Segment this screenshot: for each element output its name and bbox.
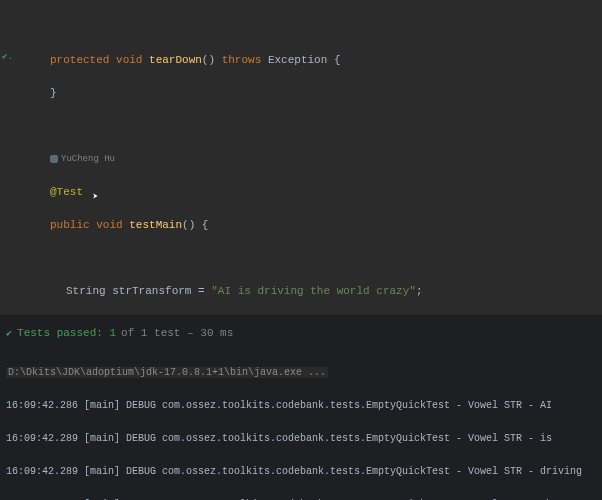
code-line[interactable]: @Test (30, 187, 602, 198)
check-icon: ✔ (6, 327, 12, 339)
tests-passed-detail: of 1 test – 30 ms (121, 327, 233, 339)
avatar-icon (50, 155, 58, 163)
code-line[interactable]: protected void tearDown() throws Excepti… (30, 55, 602, 66)
code-line[interactable]: } (30, 88, 602, 99)
tests-passed-label: Tests passed: 1 (17, 327, 116, 339)
test-pass-gutter-icon[interactable]: ✔. (2, 52, 13, 63)
code-line[interactable]: String strTransform = "AI is driving the… (30, 286, 602, 297)
code-editor[interactable]: ✔. protected void tearDown() throws Exce… (0, 0, 602, 315)
run-console[interactable]: D:\Dkits\JDK\adoptium\jdk-17.0.8.1+1\bin… (0, 343, 602, 500)
code-line[interactable]: public void testMain() { (30, 220, 602, 231)
test-status-bar: ✔ Tests passed: 1 of 1 test – 30 ms (0, 315, 602, 343)
console-line: 16:09:42.289 [main] DEBUG com.ossez.tool… (6, 433, 596, 444)
author-annotation[interactable]: YuCheng Hu (30, 154, 602, 165)
console-command[interactable]: D:\Dkits\JDK\adoptium\jdk-17.0.8.1+1\bin… (6, 367, 596, 378)
console-line: 16:09:42.289 [main] DEBUG com.ossez.tool… (6, 466, 596, 477)
gutter: ✔. (0, 0, 28, 315)
console-line: 16:09:42.286 [main] DEBUG com.ossez.tool… (6, 400, 596, 411)
